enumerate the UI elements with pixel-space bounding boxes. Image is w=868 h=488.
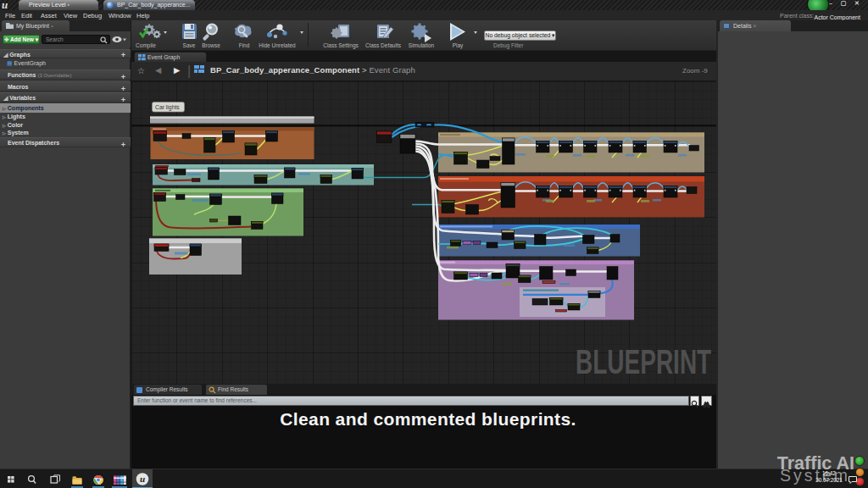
svg-text:Car lights: Car lights [155, 104, 180, 111]
svg-text:u: u [140, 474, 145, 484]
